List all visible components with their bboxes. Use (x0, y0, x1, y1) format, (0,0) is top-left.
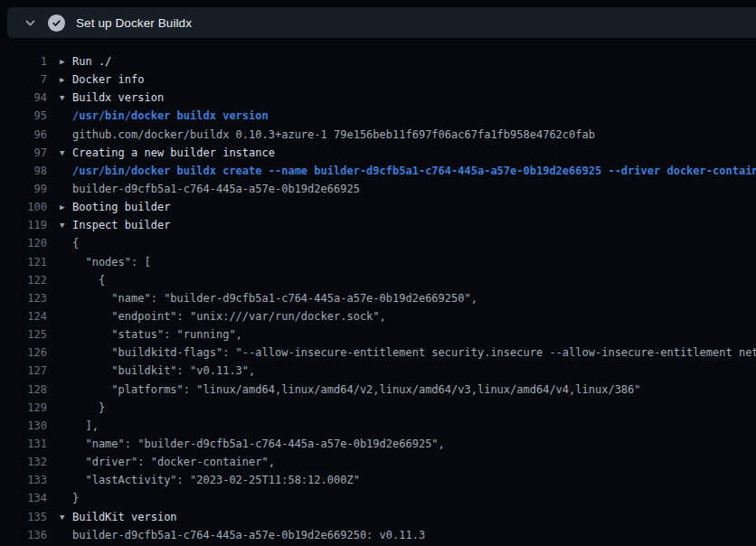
chevron-right-icon[interactable]: ▶ (47, 198, 72, 216)
log-line: 127 "buildkit": "v0.11.3", (0, 362, 756, 380)
log-line: 134} (0, 489, 756, 507)
log-group-title[interactable]: Creating a new builder instance (72, 144, 275, 162)
log-output-text: "lastActivity": "2023-02-25T11:58:12.000… (72, 471, 360, 489)
arrow-spacer (47, 307, 72, 325)
arrow-spacer (47, 162, 72, 180)
arrow-spacer (47, 526, 72, 544)
log-line: 97▼Creating a new builder instance (0, 144, 756, 162)
line-number-link[interactable]: 128 (0, 381, 47, 399)
log-output-text: "buildkitd-flags": "--allow-insecure-ent… (72, 344, 756, 362)
line-number-link[interactable]: 125 (0, 325, 47, 344)
log-output-text: } (72, 489, 79, 507)
line-number-link[interactable]: 130 (0, 417, 47, 435)
log-output-text: "name": "builder-d9cfb5a1-c764-445a-a57e… (72, 435, 445, 453)
log-group-title[interactable]: Docker info (72, 71, 144, 89)
arrow-spacer (47, 253, 72, 271)
log-line: 99builder-d9cfb5a1-c764-445a-a57e-0b19d2… (0, 180, 756, 198)
line-number-link[interactable]: 124 (0, 307, 47, 325)
log-group-title[interactable]: Inspect builder (72, 216, 170, 234)
log-output-text: ], (72, 417, 99, 435)
line-number-link[interactable]: 100 (0, 198, 47, 216)
line-number-link[interactable]: 119 (0, 216, 47, 234)
line-number-link[interactable]: 133 (0, 471, 47, 489)
arrow-spacer (47, 289, 72, 307)
line-number-link[interactable]: 120 (0, 234, 47, 252)
log-line: 1▶Run ./ (0, 52, 756, 71)
line-number-link[interactable]: 121 (0, 253, 47, 271)
log-line: 126 "buildkitd-flags": "--allow-insecure… (0, 344, 756, 362)
log-rows: 1▶Run ./7▶Docker info94▼Buildx version95… (0, 52, 756, 544)
line-number-link[interactable]: 94 (0, 89, 47, 107)
log-line: 124 "endpoint": "unix:///var/run/docker.… (0, 307, 756, 325)
workflow-log-page: Set up Docker Buildx 1▶Run ./7▶Docker in… (0, 0, 756, 546)
log-line: 136builder-d9cfb5a1-c764-445a-a57e-0b19d… (0, 526, 756, 544)
log-command-text: /usr/bin/docker buildx version (72, 107, 269, 125)
log-output-text: "endpoint": "unix:///var/run/docker.sock… (72, 307, 386, 325)
line-number-link[interactable]: 122 (0, 271, 47, 289)
log-output-text: { (72, 234, 79, 252)
log-output-text: github.com/docker/buildx 0.10.3+azure-1 … (72, 126, 595, 144)
line-number-link[interactable]: 135 (0, 508, 47, 526)
line-number-link[interactable]: 99 (0, 180, 47, 198)
line-number-link[interactable]: 129 (0, 399, 47, 417)
line-number-link[interactable]: 136 (0, 526, 47, 544)
arrow-spacer (47, 271, 72, 289)
line-number-link[interactable]: 1 (0, 52, 47, 71)
log-output-text: "status": "running", (72, 325, 242, 344)
arrow-spacer (47, 435, 72, 453)
chevron-down-icon[interactable]: ▼ (47, 89, 72, 107)
log-group-title[interactable]: Run ./ (72, 52, 111, 71)
arrow-spacer (47, 489, 72, 507)
line-number-link[interactable]: 98 (0, 162, 47, 180)
chevron-down-icon[interactable]: ▼ (47, 144, 72, 162)
arrow-spacer (47, 325, 72, 344)
arrow-spacer (47, 107, 72, 125)
chevron-down-icon[interactable]: ▼ (47, 508, 72, 526)
line-number-link[interactable]: 123 (0, 289, 47, 307)
log-line: 131 "name": "builder-d9cfb5a1-c764-445a-… (0, 435, 756, 453)
chevron-down-icon[interactable]: ▼ (47, 216, 72, 234)
line-number-link[interactable]: 134 (0, 489, 47, 507)
log-output-text: } (72, 399, 105, 417)
chevron-down-icon[interactable] (24, 17, 36, 29)
arrow-spacer (47, 417, 72, 435)
log-line: 98/usr/bin/docker buildx create --name b… (0, 162, 756, 180)
chevron-right-icon[interactable]: ▶ (47, 71, 72, 89)
log-group-title[interactable]: Booting builder (72, 198, 170, 216)
arrow-spacer (47, 234, 72, 252)
log-output-text: builder-d9cfb5a1-c764-445a-a57e-0b19d2e6… (72, 180, 360, 198)
log-line: 96github.com/docker/buildx 0.10.3+azure-… (0, 126, 756, 144)
chevron-right-icon[interactable]: ▶ (47, 52, 72, 71)
line-number-link[interactable]: 132 (0, 453, 47, 471)
line-number-link[interactable]: 126 (0, 344, 47, 362)
log-output-text: "buildkit": "v0.11.3", (72, 362, 255, 380)
log-line: 133 "lastActivity": "2023-02-25T11:58:12… (0, 471, 756, 489)
log-group-title[interactable]: Buildx version (72, 89, 164, 107)
arrow-spacer (47, 399, 72, 417)
log-line: 129 } (0, 399, 756, 417)
arrow-spacer (47, 362, 72, 380)
log-line: 132 "driver": "docker-container", (0, 453, 756, 471)
line-number-link[interactable]: 96 (0, 126, 47, 144)
line-number-link[interactable]: 131 (0, 435, 47, 453)
arrow-spacer (47, 126, 72, 144)
log-line: 95/usr/bin/docker buildx version (0, 107, 756, 125)
log-line: 120{ (0, 234, 756, 252)
arrow-spacer (47, 381, 72, 399)
log-line: 121 "nodes": [ (0, 253, 756, 271)
log-line: 7▶Docker info (0, 71, 756, 89)
line-number-link[interactable]: 97 (0, 144, 47, 162)
line-number-link[interactable]: 7 (0, 71, 47, 89)
log-group-title[interactable]: BuildKit version (72, 508, 177, 526)
arrow-spacer (47, 453, 72, 471)
arrow-spacer (47, 180, 72, 198)
log-line: 100▶Booting builder (0, 198, 756, 216)
line-number-link[interactable]: 127 (0, 362, 47, 380)
arrow-spacer (47, 471, 72, 489)
log-line: 130 ], (0, 417, 756, 435)
line-number-link[interactable]: 95 (0, 107, 47, 125)
log-line: 122 { (0, 271, 756, 289)
log-line: 125 "status": "running", (0, 325, 756, 344)
log-command-text: /usr/bin/docker buildx create --name bui… (72, 162, 756, 180)
step-header[interactable]: Set up Docker Buildx (7, 7, 756, 38)
